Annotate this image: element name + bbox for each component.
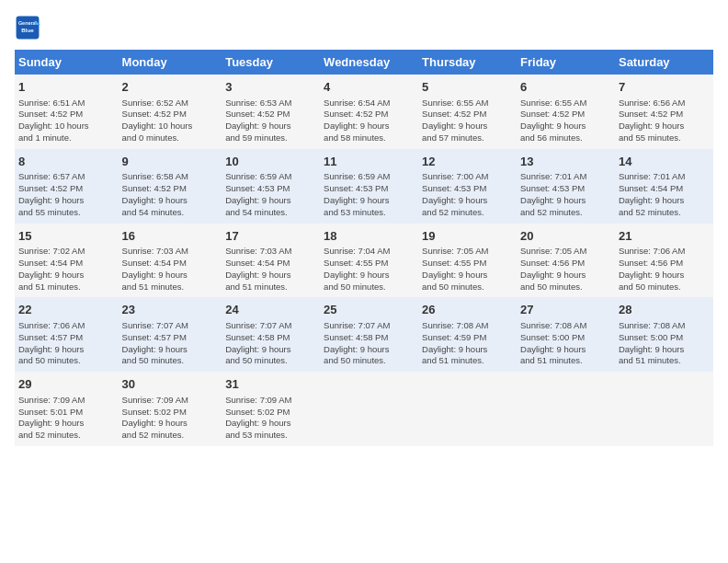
day-number: 31 [225,376,316,393]
calendar-cell: 27Sunrise: 7:08 AM Sunset: 5:00 PM Dayli… [517,297,615,372]
day-number: 16 [122,228,219,245]
day-number: 6 [520,79,611,96]
day-header-monday: Monday [119,50,222,75]
day-info: Sunrise: 7:03 AM Sunset: 4:54 PM Dayligh… [122,246,219,293]
calendar-week-row: 15Sunrise: 7:02 AM Sunset: 4:54 PM Dayli… [15,224,713,298]
logo: General Blue [15,15,44,40]
calendar-cell: 10Sunrise: 6:59 AM Sunset: 4:53 PM Dayli… [222,149,320,224]
day-number: 27 [520,302,611,318]
calendar-cell: 1Sunrise: 6:51 AM Sunset: 4:52 PM Daylig… [15,75,119,149]
svg-text:General: General [18,20,38,26]
svg-text:Blue: Blue [21,27,34,33]
calendar-cell: 14Sunrise: 7:01 AM Sunset: 4:54 PM Dayli… [615,149,713,224]
day-number: 14 [619,154,710,170]
calendar-cell: 30Sunrise: 7:09 AM Sunset: 5:02 PM Dayli… [119,372,222,446]
day-header-tuesday: Tuesday [222,50,320,75]
day-header-thursday: Thursday [418,50,517,75]
day-info: Sunrise: 7:07 AM Sunset: 4:57 PM Dayligh… [122,320,219,367]
day-number: 10 [225,154,316,170]
day-number: 26 [422,302,513,318]
calendar-table: SundayMondayTuesdayWednesdayThursdayFrid… [15,50,713,446]
calendar-cell: 22Sunrise: 7:06 AM Sunset: 4:57 PM Dayli… [15,297,119,372]
calendar-week-row: 1Sunrise: 6:51 AM Sunset: 4:52 PM Daylig… [15,75,713,149]
calendar-cell: 20Sunrise: 7:05 AM Sunset: 4:56 PM Dayli… [517,224,615,298]
calendar-cell: 7Sunrise: 6:56 AM Sunset: 4:52 PM Daylig… [615,75,713,149]
day-info: Sunrise: 6:55 AM Sunset: 4:52 PM Dayligh… [520,98,611,144]
calendar-week-row: 8Sunrise: 6:57 AM Sunset: 4:52 PM Daylig… [15,149,713,224]
calendar-cell: 25Sunrise: 7:07 AM Sunset: 4:58 PM Dayli… [320,297,418,372]
day-info: Sunrise: 7:08 AM Sunset: 4:59 PM Dayligh… [422,320,513,367]
logo-icon: General Blue [15,15,40,40]
day-number: 5 [422,79,513,96]
day-number: 15 [18,228,115,245]
calendar-cell: 24Sunrise: 7:07 AM Sunset: 4:58 PM Dayli… [222,297,320,372]
day-header-wednesday: Wednesday [320,50,418,75]
day-number: 21 [619,228,710,245]
day-number: 13 [520,154,611,170]
day-number: 4 [324,79,415,96]
day-number: 2 [122,79,219,96]
calendar-cell: 13Sunrise: 7:01 AM Sunset: 4:53 PM Dayli… [517,149,615,224]
day-number: 20 [520,228,611,245]
calendar-cell: 12Sunrise: 7:00 AM Sunset: 4:53 PM Dayli… [418,149,517,224]
day-info: Sunrise: 6:59 AM Sunset: 4:53 PM Dayligh… [225,171,316,218]
day-number: 29 [18,376,115,393]
day-info: Sunrise: 6:57 AM Sunset: 4:52 PM Dayligh… [18,171,115,218]
day-info: Sunrise: 6:59 AM Sunset: 4:53 PM Dayligh… [324,171,415,218]
day-info: Sunrise: 7:06 AM Sunset: 4:57 PM Dayligh… [18,320,115,367]
calendar-cell: 26Sunrise: 7:08 AM Sunset: 4:59 PM Dayli… [418,297,517,372]
calendar-cell: 31Sunrise: 7:09 AM Sunset: 5:02 PM Dayli… [222,372,320,446]
day-info: Sunrise: 7:02 AM Sunset: 4:54 PM Dayligh… [18,246,115,293]
day-number: 19 [422,228,513,245]
day-info: Sunrise: 6:58 AM Sunset: 4:52 PM Dayligh… [122,171,219,218]
day-number: 3 [225,79,316,96]
day-info: Sunrise: 7:01 AM Sunset: 4:53 PM Dayligh… [520,171,611,218]
calendar-week-row: 22Sunrise: 7:06 AM Sunset: 4:57 PM Dayli… [15,297,713,372]
day-number: 17 [225,228,316,245]
day-info: Sunrise: 6:55 AM Sunset: 4:52 PM Dayligh… [422,98,513,144]
day-info: Sunrise: 6:51 AM Sunset: 4:52 PM Dayligh… [18,98,115,144]
day-info: Sunrise: 6:56 AM Sunset: 4:52 PM Dayligh… [619,98,710,144]
day-info: Sunrise: 7:09 AM Sunset: 5:02 PM Dayligh… [225,395,316,442]
calendar-cell: 3Sunrise: 6:53 AM Sunset: 4:52 PM Daylig… [222,75,320,149]
day-info: Sunrise: 7:09 AM Sunset: 5:02 PM Dayligh… [122,395,219,442]
calendar-cell [320,372,418,446]
day-number: 28 [619,302,710,318]
day-info: Sunrise: 7:08 AM Sunset: 5:00 PM Dayligh… [619,320,710,367]
day-number: 22 [18,302,115,318]
page-header: General Blue [15,15,713,40]
day-number: 24 [225,302,316,318]
calendar-cell: 19Sunrise: 7:05 AM Sunset: 4:55 PM Dayli… [418,224,517,298]
calendar-week-row: 29Sunrise: 7:09 AM Sunset: 5:01 PM Dayli… [15,372,713,446]
calendar-cell: 2Sunrise: 6:52 AM Sunset: 4:52 PM Daylig… [119,75,222,149]
calendar-cell: 6Sunrise: 6:55 AM Sunset: 4:52 PM Daylig… [517,75,615,149]
calendar-cell [615,372,713,446]
day-number: 12 [422,154,513,170]
calendar-cell: 11Sunrise: 6:59 AM Sunset: 4:53 PM Dayli… [320,149,418,224]
day-info: Sunrise: 7:07 AM Sunset: 4:58 PM Dayligh… [324,320,415,367]
day-number: 8 [18,154,115,170]
day-info: Sunrise: 6:53 AM Sunset: 4:52 PM Dayligh… [225,98,316,144]
calendar-cell: 9Sunrise: 6:58 AM Sunset: 4:52 PM Daylig… [119,149,222,224]
calendar-header-row: SundayMondayTuesdayWednesdayThursdayFrid… [15,50,713,75]
calendar-cell: 23Sunrise: 7:07 AM Sunset: 4:57 PM Dayli… [119,297,222,372]
day-info: Sunrise: 7:05 AM Sunset: 4:56 PM Dayligh… [520,246,611,293]
calendar-cell: 29Sunrise: 7:09 AM Sunset: 5:01 PM Dayli… [15,372,119,446]
day-number: 11 [324,154,415,170]
day-info: Sunrise: 7:06 AM Sunset: 4:56 PM Dayligh… [619,246,710,293]
day-info: Sunrise: 7:00 AM Sunset: 4:53 PM Dayligh… [422,171,513,218]
day-number: 1 [18,79,115,96]
calendar-cell: 8Sunrise: 6:57 AM Sunset: 4:52 PM Daylig… [15,149,119,224]
day-info: Sunrise: 7:08 AM Sunset: 5:00 PM Dayligh… [520,320,611,367]
calendar-cell: 15Sunrise: 7:02 AM Sunset: 4:54 PM Dayli… [15,224,119,298]
day-number: 18 [324,228,415,245]
day-info: Sunrise: 7:04 AM Sunset: 4:55 PM Dayligh… [324,246,415,293]
day-info: Sunrise: 7:09 AM Sunset: 5:01 PM Dayligh… [18,395,115,442]
day-info: Sunrise: 6:52 AM Sunset: 4:52 PM Dayligh… [122,98,219,144]
day-info: Sunrise: 7:03 AM Sunset: 4:54 PM Dayligh… [225,246,316,293]
day-number: 9 [122,154,219,170]
calendar-cell: 16Sunrise: 7:03 AM Sunset: 4:54 PM Dayli… [119,224,222,298]
calendar-cell: 21Sunrise: 7:06 AM Sunset: 4:56 PM Dayli… [615,224,713,298]
calendar-cell: 4Sunrise: 6:54 AM Sunset: 4:52 PM Daylig… [320,75,418,149]
day-header-friday: Friday [517,50,615,75]
